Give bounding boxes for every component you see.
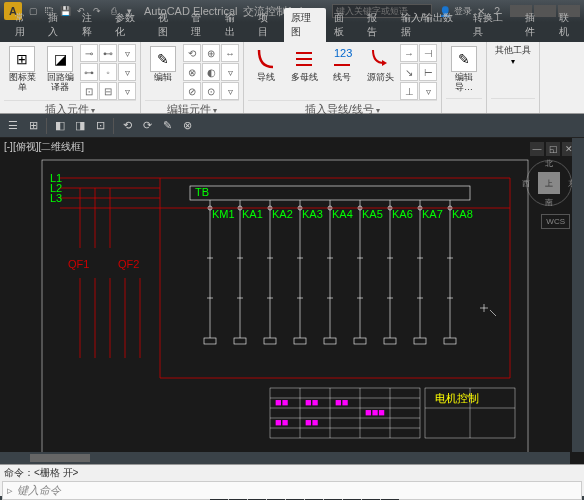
tab-convert[interactable]: 转换工具: [466, 8, 517, 42]
view-cube[interactable]: 上 北 南 西 东: [526, 160, 572, 206]
tab-annotate[interactable]: 注释: [75, 8, 107, 42]
schematic-drawing: L1 L2 L3 TB KM1KA1KA2 KA3KA4KA5 KA6KA7KA…: [40, 158, 530, 458]
panel-label: [491, 98, 535, 111]
svg-text:电机控制: 电机控制: [435, 392, 479, 404]
tab-schematic[interactable]: 原理图: [284, 8, 326, 42]
svg-text:■■: ■■: [275, 416, 288, 428]
qt-icon[interactable]: ⊗: [178, 117, 196, 135]
svg-text:■■■: ■■■: [365, 406, 385, 418]
command-input[interactable]: ▹键入命令: [2, 481, 582, 500]
sm-icon[interactable]: ⟲: [183, 44, 201, 62]
command-log: 命令：<栅格 开>: [0, 465, 584, 481]
panel-label[interactable]: 编辑元件 ▾: [145, 100, 239, 118]
edit-component-button[interactable]: ✎编辑: [145, 44, 181, 85]
tab-report[interactable]: 报告: [360, 8, 392, 42]
svg-text:KA7: KA7: [422, 208, 443, 220]
sm-icon[interactable]: ↘: [400, 63, 418, 81]
sm-icon[interactable]: ▿: [221, 82, 239, 100]
qt-icon[interactable]: ⟲: [118, 117, 136, 135]
qt-icon[interactable]: ✎: [158, 117, 176, 135]
tab-io[interactable]: 输入/输出数据: [394, 8, 466, 42]
tab-plugin[interactable]: 插件: [518, 8, 550, 42]
sm-icon[interactable]: ⊥: [400, 82, 418, 100]
qt-icon[interactable]: ⊡: [91, 117, 109, 135]
svg-rect-2: [190, 186, 470, 200]
sm-icon[interactable]: ⊸: [80, 44, 98, 62]
sm-icon[interactable]: ⊡: [80, 82, 98, 100]
sm-icon[interactable]: ▿: [118, 44, 136, 62]
icon-menu-button[interactable]: ⊞图标菜单: [4, 44, 40, 95]
qt-icon[interactable]: ⊞: [24, 117, 42, 135]
sm-icon[interactable]: ⊟: [99, 82, 117, 100]
wcs-label[interactable]: WCS: [541, 214, 570, 229]
tab-insert[interactable]: 插入: [41, 8, 73, 42]
qt-icon[interactable]: ◨: [71, 117, 89, 135]
horizontal-scrollbar[interactable]: [0, 452, 570, 464]
svg-rect-4: [204, 338, 216, 344]
wire-button[interactable]: 导线: [248, 44, 284, 85]
tab-project[interactable]: 项目: [251, 8, 283, 42]
tab-online[interactable]: 联机: [552, 8, 584, 42]
sm-icon[interactable]: ⊢: [419, 63, 437, 81]
svg-text:KA3: KA3: [302, 208, 323, 220]
edit-wire-button[interactable]: ✎编辑导…: [446, 44, 482, 95]
sm-icon[interactable]: ⊕: [202, 44, 220, 62]
sm-icon[interactable]: ◦: [99, 63, 117, 81]
sm-icon[interactable]: ⊗: [183, 63, 201, 81]
sm-icon[interactable]: ⊶: [80, 63, 98, 81]
svg-text:KA2: KA2: [272, 208, 293, 220]
wirenum-button[interactable]: 123线号: [324, 44, 360, 85]
svg-text:QF2: QF2: [118, 258, 139, 270]
drawing-canvas[interactable]: [-][俯视][二维线框] — ◱ ✕ 上 北 南 西 东 WCS: [0, 138, 584, 464]
tab-home[interactable]: 常用: [8, 8, 40, 42]
tab-parametric[interactable]: 参数化: [108, 8, 150, 42]
svg-text:■■: ■■: [335, 396, 348, 408]
svg-text:KA4: KA4: [332, 208, 353, 220]
svg-text:■■: ■■: [275, 396, 288, 408]
tab-output[interactable]: 输出: [218, 8, 250, 42]
multibus-button[interactable]: 多母线: [286, 44, 322, 85]
tab-manage[interactable]: 管理: [184, 8, 216, 42]
sm-icon[interactable]: ↔: [221, 44, 239, 62]
sm-icon[interactable]: →: [400, 44, 418, 62]
svg-text:QF1: QF1: [68, 258, 89, 270]
viewport-label[interactable]: [-][俯视][二维线框]: [4, 140, 84, 154]
svg-text:TB: TB: [195, 186, 209, 198]
ribbon: ⊞图标菜单 ◪回路编译器 ⊸⊷▿ ⊶◦▿ ⊡⊟▿ 插入元件 ▾ ✎编辑 ⟲⊕↔ …: [0, 42, 584, 114]
source-arrow-button[interactable]: 源箭头: [362, 44, 398, 85]
svg-text:KA6: KA6: [392, 208, 413, 220]
qt-icon[interactable]: ☰: [4, 117, 22, 135]
sm-icon[interactable]: ◐: [202, 63, 220, 81]
vp-maximize-icon[interactable]: ◱: [546, 142, 560, 156]
sm-icon[interactable]: ⊣: [419, 44, 437, 62]
svg-rect-1: [42, 160, 528, 456]
sm-icon[interactable]: ▿: [419, 82, 437, 100]
circuit-builder-button[interactable]: ◪回路编译器: [42, 44, 78, 95]
svg-text:KA1: KA1: [242, 208, 263, 220]
vp-minimize-icon[interactable]: —: [530, 142, 544, 156]
sm-icon[interactable]: ⊘: [183, 82, 201, 100]
qt-icon[interactable]: ◧: [51, 117, 69, 135]
sm-icon[interactable]: ⊷: [99, 44, 117, 62]
svg-text:■■: ■■: [305, 416, 318, 428]
sm-icon[interactable]: ⊙: [202, 82, 220, 100]
vertical-scrollbar[interactable]: [572, 138, 584, 452]
panel-label[interactable]: 插入导线/线号 ▾: [248, 100, 437, 118]
qt-icon[interactable]: ⟳: [138, 117, 156, 135]
sm-icon[interactable]: ▿: [118, 63, 136, 81]
svg-text:KM1: KM1: [212, 208, 235, 220]
sm-icon[interactable]: ▿: [221, 63, 239, 81]
command-panel: 命令：<栅格 开> ▹键入命令: [0, 464, 584, 496]
tab-view[interactable]: 视图: [151, 8, 183, 42]
svg-text:■■: ■■: [305, 396, 318, 408]
svg-text:L3: L3: [50, 192, 62, 204]
other-tools-button[interactable]: 其他工具▾: [491, 44, 535, 68]
ribbon-tabs: 常用 插入 注释 参数化 视图 管理 输出 项目 原理图 面板 报告 输入/输出…: [0, 22, 584, 42]
svg-text:123: 123: [334, 47, 352, 59]
svg-text:KA8: KA8: [452, 208, 473, 220]
tab-panel[interactable]: 面板: [327, 8, 359, 42]
panel-label[interactable]: 插入元件 ▾: [4, 100, 136, 118]
panel-label: [446, 98, 482, 111]
svg-text:KA5: KA5: [362, 208, 383, 220]
sm-icon[interactable]: ▿: [118, 82, 136, 100]
